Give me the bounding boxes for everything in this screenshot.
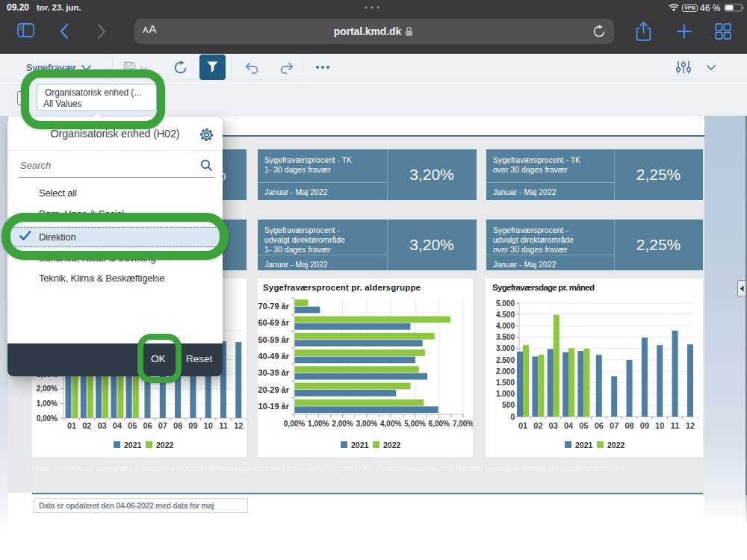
svg-text:7,00%: 7,00% <box>453 420 473 428</box>
svg-text:0,00%: 0,00% <box>284 420 305 428</box>
svg-text:30-39 år: 30-39 år <box>258 368 289 377</box>
svg-text:3.500: 3.500 <box>496 333 515 341</box>
svg-text:01: 01 <box>67 421 76 430</box>
svg-text:Sygefraværsdage pr. måned: Sygefraværsdage pr. måned <box>492 283 595 292</box>
svg-text:20-29 år: 20-29 år <box>258 385 289 394</box>
svg-text:2,00%: 2,00% <box>332 420 353 428</box>
svg-text:5.000: 5.000 <box>496 299 515 308</box>
svg-text:08: 08 <box>624 421 633 430</box>
svg-text:03: 03 <box>97 421 106 430</box>
svg-text:0: 0 <box>510 413 515 421</box>
svg-text:03: 03 <box>549 421 558 430</box>
svg-text:4.500: 4.500 <box>496 311 515 319</box>
svg-text:2022: 2022 <box>383 441 401 449</box>
svg-text:12: 12 <box>234 421 243 430</box>
svg-text:02: 02 <box>533 421 542 430</box>
svg-text:2021: 2021 <box>351 441 369 449</box>
svg-text:06: 06 <box>143 421 152 430</box>
svg-text:2021: 2021 <box>124 441 142 449</box>
svg-text:10: 10 <box>655 421 664 430</box>
svg-text:07: 07 <box>610 421 619 430</box>
svg-text:11: 11 <box>219 421 228 430</box>
svg-text:04: 04 <box>113 421 123 430</box>
svg-text:10-19 år: 10-19 år <box>258 402 289 411</box>
svg-text:06: 06 <box>595 421 604 430</box>
svg-text:02: 02 <box>82 421 91 430</box>
svg-text:08: 08 <box>173 421 182 430</box>
svg-text:6,00%: 6,00% <box>429 420 450 428</box>
svg-text:05: 05 <box>579 421 588 430</box>
svg-text:1,00%: 1,00% <box>37 399 58 408</box>
svg-text:1,00%: 1,00% <box>308 420 329 428</box>
svg-text:60-69 år: 60-69 år <box>258 318 289 327</box>
svg-text:1.000: 1.000 <box>496 390 515 398</box>
svg-text:0,00%: 0,00% <box>37 414 58 423</box>
svg-text:2,00%: 2,00% <box>37 385 58 393</box>
svg-text:04: 04 <box>564 421 574 430</box>
svg-text:2022: 2022 <box>607 441 625 449</box>
svg-text:500: 500 <box>502 401 515 409</box>
svg-text:09: 09 <box>188 421 197 430</box>
svg-text:2.000: 2.000 <box>496 367 515 376</box>
svg-text:40-49 år: 40-49 år <box>258 352 289 361</box>
svg-text:05: 05 <box>128 421 137 430</box>
svg-text:1.500: 1.500 <box>496 379 515 387</box>
svg-text:07: 07 <box>158 421 167 430</box>
svg-text:2021: 2021 <box>575 441 593 449</box>
svg-text:09: 09 <box>640 421 649 430</box>
svg-text:10: 10 <box>204 421 213 430</box>
svg-text:4,00%: 4,00% <box>380 420 401 428</box>
svg-text:11: 11 <box>671 421 680 430</box>
svg-text:5,00%: 5,00% <box>404 420 425 428</box>
svg-text:50-59 år: 50-59 år <box>258 335 289 344</box>
svg-text:2022: 2022 <box>156 441 174 449</box>
svg-text:4.000: 4.000 <box>496 322 515 330</box>
svg-text:12: 12 <box>686 421 695 430</box>
svg-text:3,00%: 3,00% <box>356 420 377 428</box>
svg-text:3.000: 3.000 <box>496 344 515 352</box>
svg-text:2.500: 2.500 <box>496 356 515 364</box>
svg-text:70-79 år: 70-79 år <box>258 302 289 311</box>
svg-text:01: 01 <box>518 421 527 430</box>
svg-text:Sygefraværsprocent pr. aldersg: Sygefraværsprocent pr. aldersgruppe <box>263 283 421 292</box>
